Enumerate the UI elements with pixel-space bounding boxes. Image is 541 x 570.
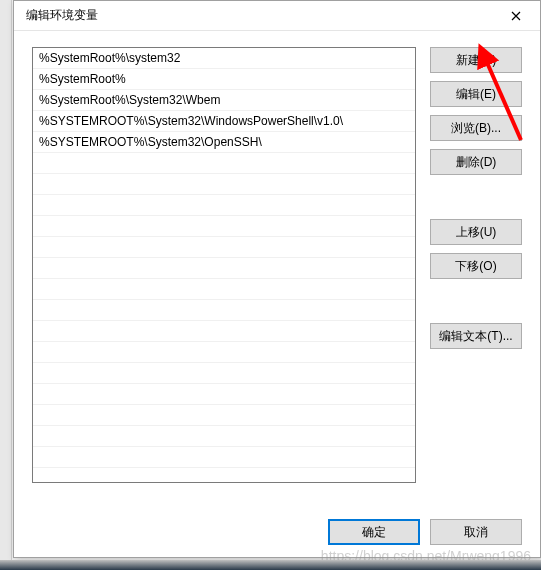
main-row: %SystemRoot%\system32 %SystemRoot% %Syst… <box>32 47 522 501</box>
list-item[interactable]: %SystemRoot% <box>33 69 415 90</box>
list-item-empty[interactable]: . <box>33 174 415 195</box>
side-button-column: 新建(N) 编辑(E) 浏览(B)... 删除(D) 上移(U) 下移(O) 编… <box>430 47 522 501</box>
list-item-empty[interactable]: . <box>33 237 415 258</box>
browse-button[interactable]: 浏览(B)... <box>430 115 522 141</box>
spacer <box>430 183 522 211</box>
list-item[interactable]: %SYSTEMROOT%\System32\OpenSSH\ <box>33 132 415 153</box>
dialog-title: 编辑环境变量 <box>26 7 98 24</box>
taskbar-edge <box>0 560 541 570</box>
movedown-button[interactable]: 下移(O) <box>430 253 522 279</box>
list-item-empty[interactable]: . <box>33 216 415 237</box>
list-item-empty[interactable]: . <box>33 195 415 216</box>
delete-button[interactable]: 删除(D) <box>430 149 522 175</box>
list-item-empty[interactable]: . <box>33 153 415 174</box>
list-item-empty[interactable]: . <box>33 342 415 363</box>
bottom-button-row: 确定 取消 <box>32 501 522 545</box>
list-item-empty[interactable]: . <box>33 363 415 384</box>
list-item[interactable]: %SystemRoot%\System32\Wbem <box>33 90 415 111</box>
cancel-button[interactable]: 取消 <box>430 519 522 545</box>
list-item-empty[interactable]: . <box>33 258 415 279</box>
list-item-empty[interactable]: . <box>33 447 415 468</box>
list-item-empty[interactable]: . <box>33 279 415 300</box>
moveup-button[interactable]: 上移(U) <box>430 219 522 245</box>
list-item[interactable]: %SystemRoot%\system32 <box>33 48 415 69</box>
path-listbox[interactable]: %SystemRoot%\system32 %SystemRoot% %Syst… <box>32 47 416 483</box>
new-button[interactable]: 新建(N) <box>430 47 522 73</box>
list-item[interactable]: %SYSTEMROOT%\System32\WindowsPowerShell\… <box>33 111 415 132</box>
dialog-content: %SystemRoot%\system32 %SystemRoot% %Syst… <box>14 31 540 557</box>
edit-env-dialog: 编辑环境变量 %SystemRoot%\system32 %SystemRoot… <box>13 0 541 558</box>
list-item-empty[interactable]: . <box>33 321 415 342</box>
list-item-empty[interactable]: . <box>33 300 415 321</box>
close-button[interactable] <box>496 2 536 30</box>
spacer <box>430 287 522 315</box>
edittext-button[interactable]: 编辑文本(T)... <box>430 323 522 349</box>
ok-button[interactable]: 确定 <box>328 519 420 545</box>
list-item-empty[interactable]: . <box>33 405 415 426</box>
list-item-empty[interactable]: . <box>33 426 415 447</box>
edit-button[interactable]: 编辑(E) <box>430 81 522 107</box>
background-panel <box>0 0 12 570</box>
close-icon <box>511 11 521 21</box>
list-item-empty[interactable]: . <box>33 384 415 405</box>
titlebar: 编辑环境变量 <box>14 1 540 31</box>
